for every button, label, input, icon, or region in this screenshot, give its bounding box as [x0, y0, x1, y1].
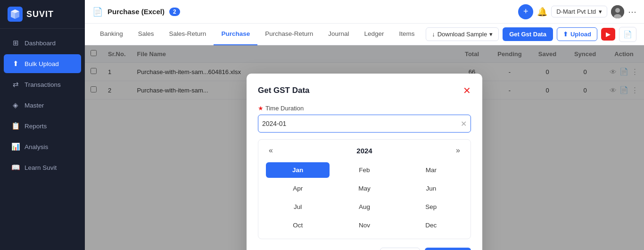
- get-gst-data-modal: Get GST Data ✕ ★ Time Duration ✕ « 2024 …: [247, 74, 482, 250]
- tab-purchase[interactable]: Purchase: [214, 24, 257, 45]
- topbar-actions: + 🔔 D-Mart Pvt Ltd ▾ ⋯: [518, 4, 636, 19]
- page-title: Purchase (Excel): [107, 8, 165, 16]
- cal-month-jun[interactable]: Jun: [399, 181, 463, 196]
- tab-banking[interactable]: Banking: [92, 24, 131, 45]
- sidebar-item-label-analysis: Analysis: [25, 143, 48, 150]
- page-icon: 📄: [92, 7, 103, 17]
- sidebar-item-master[interactable]: ◈ Master: [4, 96, 81, 115]
- dropdown-chevron-icon: ▾: [489, 31, 493, 38]
- dashboard-icon: ⊞: [11, 39, 20, 47]
- cal-month-sep[interactable]: Sep: [399, 199, 463, 215]
- cal-prev-year-button[interactable]: «: [266, 145, 276, 156]
- master-icon: ◈: [11, 101, 20, 109]
- document-button[interactable]: 📄: [619, 27, 636, 42]
- cal-month-aug[interactable]: Aug: [332, 199, 396, 215]
- main-area: 📄 Purchase (Excel) 2 + 🔔 D-Mart Pvt Ltd …: [85, 0, 644, 250]
- tab-sales-return[interactable]: Sales-Return: [162, 24, 214, 45]
- cal-next-year-button[interactable]: »: [453, 145, 463, 156]
- time-duration-label: ★ Time Duration: [258, 105, 471, 112]
- analysis-icon: 📊: [11, 142, 20, 151]
- modal-header: Get GST Data ✕: [258, 85, 471, 96]
- download-icon: ↓: [432, 31, 435, 38]
- svg-point-5: [615, 8, 620, 13]
- sidebar: SUVIT ⊞ Dashboard ⬆ Bulk Upload ⇄ Transa…: [0, 0, 85, 250]
- sidebar-item-label-dashboard: Dashboard: [25, 40, 56, 47]
- modal-title: Get GST Data: [258, 86, 310, 95]
- avatar-image: [611, 5, 624, 18]
- modal-overlay: Get GST Data ✕ ★ Time Duration ✕ « 2024 …: [85, 45, 644, 250]
- cal-month-dec[interactable]: Dec: [399, 217, 463, 233]
- cancel-button[interactable]: Cancel: [380, 248, 421, 250]
- logo-text: SUVIT: [26, 9, 54, 19]
- topbar: 📄 Purchase (Excel) 2 + 🔔 D-Mart Pvt Ltd …: [85, 0, 644, 24]
- table-area: Sr.No. File Name Total Pending Saved Syn…: [85, 45, 644, 250]
- calendar-year: 2024: [356, 147, 372, 155]
- sidebar-item-label-bulk-upload: Bulk Upload: [25, 60, 59, 67]
- youtube-button[interactable]: ▶: [601, 28, 615, 41]
- sidebar-item-dashboard[interactable]: ⊞ Dashboard: [4, 33, 81, 52]
- subnav-actions: ↓ Download Sample ▾ Get Gst Data ⬆ Uploa…: [426, 27, 636, 42]
- cal-month-apr[interactable]: Apr: [266, 181, 330, 196]
- tab-items[interactable]: Items: [392, 24, 422, 45]
- transactions-icon: ⇄: [11, 80, 20, 89]
- sidebar-item-transactions[interactable]: ⇄ Transactions: [4, 75, 81, 94]
- tab-sales[interactable]: Sales: [131, 24, 162, 45]
- grid-menu-icon[interactable]: ⋯: [628, 7, 636, 17]
- add-button[interactable]: +: [518, 4, 533, 19]
- input-clear-button[interactable]: ✕: [461, 119, 467, 128]
- company-name: D-Mart Pvt Ltd: [556, 8, 596, 15]
- cal-month-mar[interactable]: Mar: [399, 162, 463, 178]
- sidebar-item-reports[interactable]: 📋 Reports: [4, 117, 81, 135]
- sidebar-item-bulk-upload[interactable]: ⬆ Bulk Upload: [4, 54, 81, 73]
- calendar-header: « 2024 »: [266, 145, 463, 156]
- sidebar-item-learn-suvit[interactable]: 📖 Learn Suvit: [4, 158, 81, 177]
- get-gst-data-button[interactable]: Get Gst Data: [503, 27, 553, 41]
- tab-ledger[interactable]: Ledger: [357, 24, 392, 45]
- sidebar-item-label-learn-suvit: Learn Suvit: [25, 164, 57, 171]
- sidebar-item-label-master: Master: [25, 102, 44, 109]
- time-duration-input[interactable]: [262, 120, 461, 127]
- download-sample-button[interactable]: ↓ Download Sample ▾: [426, 27, 499, 41]
- cal-month-nov[interactable]: Nov: [332, 217, 396, 233]
- chevron-down-icon: ▾: [599, 8, 602, 15]
- sidebar-item-label-reports: Reports: [25, 123, 47, 130]
- modal-footer: Cancel Get Data: [258, 248, 471, 250]
- sidebar-item-analysis[interactable]: 📊 Analysis: [4, 137, 81, 156]
- get-data-button[interactable]: Get Data: [425, 248, 471, 250]
- cal-month-feb[interactable]: Feb: [332, 162, 396, 178]
- sidebar-nav: ⊞ Dashboard ⬆ Bulk Upload ⇄ Transactions…: [0, 29, 85, 250]
- learn-suvit-icon: 📖: [11, 163, 20, 172]
- tab-journal[interactable]: Journal: [321, 24, 356, 45]
- cal-month-jul[interactable]: Jul: [266, 199, 330, 215]
- tab-purchase-return[interactable]: Purchase-Return: [257, 24, 321, 45]
- upload-button[interactable]: ⬆ Upload: [557, 27, 597, 41]
- cal-month-may[interactable]: May: [332, 181, 396, 196]
- notification-icon[interactable]: 🔔: [537, 7, 547, 17]
- page-badge: 2: [169, 8, 180, 16]
- suvit-logo-icon: [8, 7, 23, 22]
- reports-icon: 📋: [11, 122, 20, 130]
- subnav: Banking Sales Sales-Return Purchase Purc…: [85, 24, 644, 45]
- calendar-months-grid: Jan Feb Mar Apr May Jun Jul Aug Sep Oct …: [266, 162, 463, 233]
- month-calendar: « 2024 » Jan Feb Mar Apr May Jun Jul Aug…: [258, 139, 471, 239]
- upload-icon: ⬆: [563, 31, 568, 38]
- cal-month-jan[interactable]: Jan: [266, 162, 330, 178]
- sidebar-item-label-transactions: Transactions: [25, 81, 61, 88]
- required-star: ★: [258, 105, 264, 112]
- sidebar-logo: SUVIT: [0, 0, 85, 29]
- modal-close-button[interactable]: ✕: [463, 85, 471, 96]
- bulk-upload-icon: ⬆: [11, 59, 20, 68]
- company-selector[interactable]: D-Mart Pvt Ltd ▾: [551, 6, 607, 17]
- cal-month-oct[interactable]: Oct: [266, 217, 330, 233]
- time-duration-input-wrap[interactable]: ✕: [258, 115, 471, 133]
- avatar[interactable]: [611, 5, 624, 18]
